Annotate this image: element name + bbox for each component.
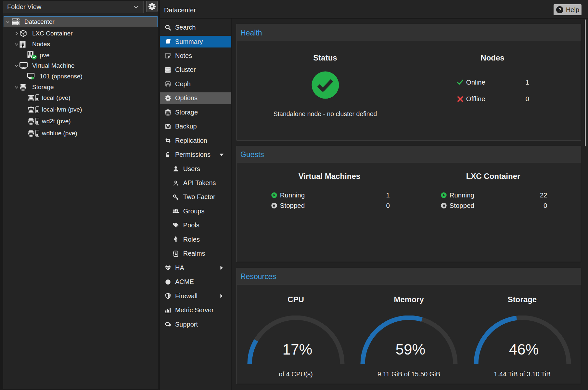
svg-text:?: ? <box>558 7 561 12</box>
